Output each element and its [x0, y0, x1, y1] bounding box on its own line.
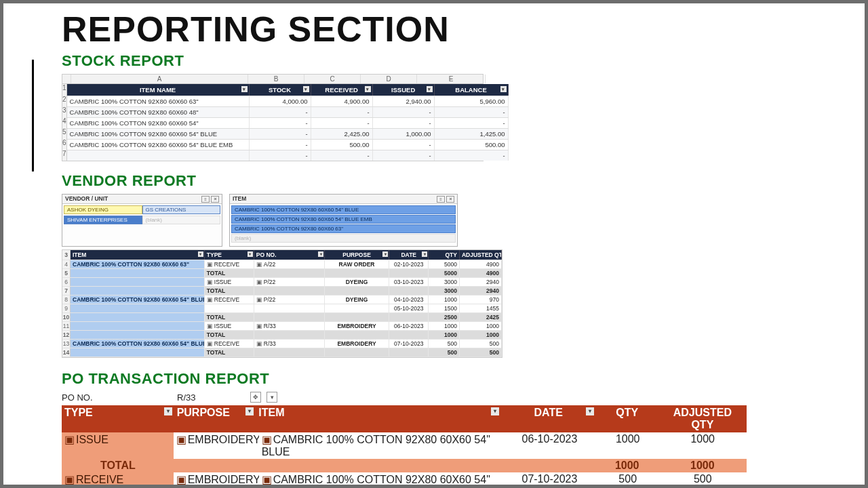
po-report-heading: PO TRANSACTION REPORT [62, 370, 844, 388]
collapse-icon[interactable]: ▣ [207, 296, 213, 303]
filter-dropdown-icon[interactable]: ▾ [245, 407, 254, 415]
table-row[interactable]: 13CAMBRIC 100% COTTON 92X80 60X60 54" BL… [62, 340, 502, 348]
filter-dropdown-icon[interactable]: ▾ [491, 407, 499, 415]
table-row[interactable]: CAMBRIC 100% COTTON 92X80 60X60 54"---- [67, 117, 509, 128]
filter-dropdown-icon[interactable]: ▾ [248, 251, 253, 257]
cell-adjqty: 500 [658, 472, 747, 488]
stock-header-issued[interactable]: ISSUED▾ [373, 84, 435, 96]
stock-header-received[interactable]: RECEIVED▾ [311, 84, 373, 96]
col-letter: A [71, 75, 248, 83]
table-row[interactable]: TOTAL10001000 [62, 459, 747, 472]
slicer-item-blank[interactable]: (blank) [231, 234, 456, 243]
collapse-icon[interactable]: ▣ [256, 340, 262, 347]
item-slicer[interactable]: ITEM ≡⨯ CAMBRIC 100% COTTON 92X80 60X60 … [229, 194, 458, 247]
stock-header-balance[interactable]: BALANCE▾ [435, 84, 509, 96]
collapse-icon[interactable]: ▣ [207, 279, 213, 285]
table-row[interactable]: ▣RECEIVE▣EMBROIDERY▣CAMBRIC 100% COTTON … [62, 472, 747, 488]
table-row[interactable]: CAMBRIC 100% COTTON 92X80 60X60 54" BLUE… [67, 139, 509, 150]
slicer-chip[interactable]: ASHOK DYEING [64, 205, 142, 214]
cell-purpose: ▣EMBROIDERY [174, 472, 259, 488]
vendor-header-item[interactable]: ITEM▾ [71, 250, 205, 260]
cell-pono: ▣R/33 [254, 340, 325, 348]
po-header-type[interactable]: TYPE▾ [62, 405, 174, 432]
stock-header-stock[interactable]: STOCK▾ [250, 84, 311, 96]
cell-item [71, 322, 205, 330]
filter-dropdown-icon[interactable]: ▾ [267, 392, 277, 403]
cell-adjqty: 1455 [460, 304, 502, 312]
slicer-chip[interactable]: SHIVAM ENTERPRISES [64, 216, 142, 224]
po-no-value[interactable]: R/33 [177, 392, 245, 403]
table-row[interactable]: CAMBRIC 100% COTTON 92X80 60X60 54" BLUE… [67, 128, 509, 139]
collapse-icon[interactable]: ▣ [176, 434, 186, 445]
clear-filter-icon[interactable]: ⨯ [211, 196, 219, 203]
cell-item-name: CAMBRIC 100% COTTON 92X80 60X60 48" [67, 107, 250, 117]
cell-purpose [325, 287, 389, 295]
filter-dropdown-icon[interactable]: ▾ [500, 86, 507, 92]
collapse-icon[interactable]: ▣ [262, 434, 272, 445]
filter-dropdown-icon[interactable]: ▾ [164, 407, 172, 415]
collapse-icon[interactable]: ▣ [256, 323, 262, 329]
filter-dropdown-icon[interactable]: ▾ [241, 86, 248, 92]
cell-qty: 1000 [429, 322, 460, 330]
vendor-header-purpose[interactable]: PURPOSE▾ [325, 250, 389, 260]
po-header-purpose[interactable]: PURPOSE▾ [174, 405, 256, 432]
vendor-header-type[interactable]: TYPE▾ [205, 250, 254, 260]
collapse-icon[interactable]: ▣ [256, 279, 262, 285]
table-row[interactable]: CAMBRIC 100% COTTON 92X80 60X60 48"---- [67, 106, 509, 117]
vendor-slicer[interactable]: VENDOR / UNIT ≡⨯ ASHOK DYEING GS CREATIO… [62, 194, 222, 247]
multiselect-icon[interactable]: ≡ [201, 196, 210, 203]
slicer-chip[interactable]: GS CREATIONS [142, 205, 221, 214]
vendor-report-heading: VENDOR REPORT [62, 172, 844, 190]
cell-date: 07-10-2023 [502, 472, 597, 488]
cell-qty: 500 [429, 340, 460, 348]
filter-dropdown-icon[interactable]: ▾ [198, 251, 203, 257]
table-row[interactable]: 11▣ISSUE▣R/33EMBROIDERY06-10-20231000100… [62, 322, 502, 331]
table-row[interactable]: 8CAMBRIC 100% COTTON 92X80 60X60 54" BLU… [62, 296, 502, 304]
collapse-icon[interactable]: ▣ [207, 323, 213, 329]
filter-dropdown-icon[interactable]: ▾ [427, 86, 433, 92]
cell-qty: 1000 [429, 296, 460, 304]
collapse-icon[interactable]: ▣ [64, 474, 75, 485]
collapse-icon[interactable]: ▣ [207, 261, 213, 268]
vendor-header-pono[interactable]: PO NO.▾ [254, 250, 325, 260]
slicer-item[interactable]: CAMBRIC 100% COTTON 92X80 60X60 54" BLUE… [231, 215, 456, 224]
collapse-icon[interactable]: ▣ [256, 296, 262, 303]
filter-dropdown-icon[interactable]: ▾ [303, 86, 309, 92]
slicer-chip[interactable]: (blank) [142, 216, 221, 224]
collapse-icon[interactable]: ▣ [207, 340, 213, 347]
table-row[interactable]: 10TOTAL25002425 [62, 313, 502, 322]
collapse-icon[interactable]: ▣ [64, 434, 75, 445]
po-header-date[interactable]: DATE▾ [501, 405, 596, 432]
table-row[interactable]: CAMBRIC 100% COTTON 92X80 60X60 63"4,000… [67, 96, 509, 106]
collapse-icon[interactable]: ▣ [262, 474, 272, 485]
vendor-header-date[interactable]: DATE▾ [389, 250, 429, 260]
table-row[interactable]: 5TOTAL50004900 [62, 269, 502, 278]
cell-adjqty: 500 [460, 348, 502, 357]
filter-dropdown-icon[interactable]: ▾ [422, 251, 427, 257]
slicer-item[interactable]: CAMBRIC 100% COTTON 92X80 60X60 63" [231, 224, 456, 233]
cell-qty: 5000 [429, 269, 460, 277]
table-row[interactable]: 12TOTAL10001000 [62, 331, 502, 340]
table-row[interactable]: 905-10-202315001455 [62, 304, 502, 313]
multiselect-icon[interactable]: ≡ [437, 196, 445, 203]
table-row[interactable]: ▣ISSUE▣EMBROIDERY▣CAMBRIC 100% COTTON 92… [62, 432, 747, 459]
filter-dropdown-icon[interactable]: ▾ [586, 407, 594, 415]
collapse-icon[interactable]: ▣ [176, 474, 186, 485]
slicer-item[interactable]: CAMBRIC 100% COTTON 92X80 60X60 54" BLUE [231, 205, 456, 214]
stock-header-item[interactable]: ITEM NAME▾ [67, 84, 250, 96]
filter-dropdown-icon[interactable]: ▾ [382, 251, 388, 257]
po-header-item[interactable]: ITEM▾ [256, 405, 500, 432]
cell-purpose [325, 304, 389, 312]
move-icon[interactable]: ✥ [250, 392, 261, 403]
table-row[interactable]: 14TOTAL500500 [62, 348, 502, 357]
filter-dropdown-icon[interactable]: ▾ [365, 86, 371, 92]
table-row[interactable]: ---- [67, 150, 509, 161]
collapse-icon[interactable]: ▣ [256, 261, 262, 268]
cell-item: CAMBRIC 100% COTTON 92X80 60X60 54" BLUE [71, 296, 205, 304]
cell-item [71, 331, 205, 339]
table-row[interactable]: 7TOTAL30002940 [62, 287, 502, 296]
filter-dropdown-icon[interactable]: ▾ [318, 251, 323, 257]
table-row[interactable]: 4CAMBRIC 100% COTTON 92X80 60X60 63"▣REC… [62, 260, 502, 269]
clear-filter-icon[interactable]: ⨯ [446, 196, 454, 203]
table-row[interactable]: 6▣ISSUE▣P/22DYEING03-10-202330002940 [62, 278, 502, 287]
